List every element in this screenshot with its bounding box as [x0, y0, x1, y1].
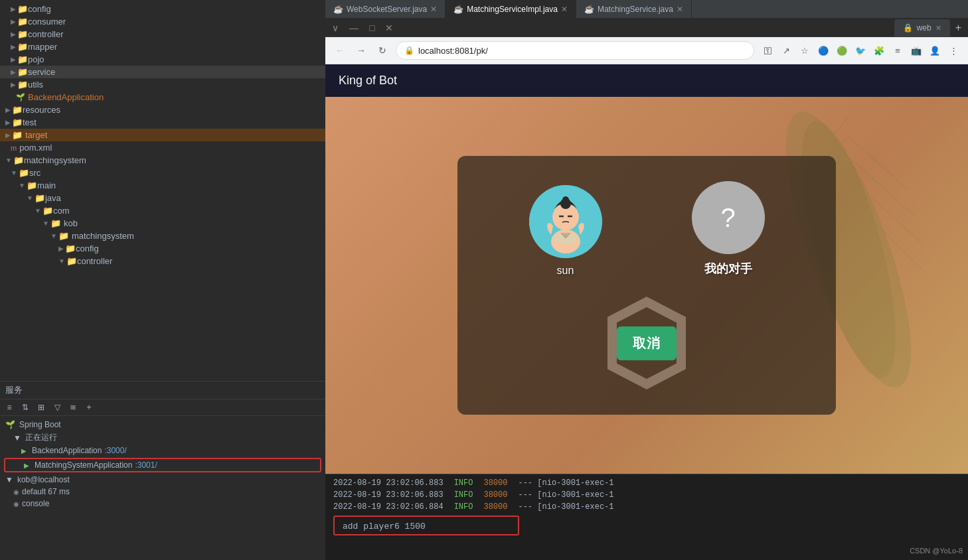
service-default[interactable]: ◉ default 67 ms — [0, 486, 325, 498]
folder-icon-orange: 📁 — [12, 130, 23, 140]
services-content: 🌱 Spring Boot ▼ 正在运行 ▶ BackendApplicatio… — [0, 416, 325, 560]
service-matching-app[interactable]: ▶ MatchingSystemApplication :3001/ — [5, 459, 320, 471]
close-icon[interactable]: ✕ — [561, 5, 568, 14]
toolbar-add-btn[interactable]: + — [82, 401, 96, 414]
share-btn[interactable]: ↗ — [778, 42, 794, 58]
tree-item-pom[interactable]: m pom.xml — [0, 141, 325, 154]
svg-point-14 — [562, 196, 569, 203]
service-springboot[interactable]: 🌱 Spring Boot — [0, 419, 325, 431]
tree-label: controller — [77, 256, 112, 266]
tree-label: service — [28, 67, 55, 77]
tree-item-matchingsystem[interactable]: ▼ 📁 matchingsystem — [0, 154, 325, 167]
file-tree: ▶ 📁 config ▶ 📁 consumer ▶ 📁 controller ▶… — [0, 0, 325, 381]
log-time: 2022-08-19 23:02:06.883 — [333, 478, 444, 488]
back-btn[interactable]: ← — [332, 42, 348, 58]
tree-label: kob — [64, 218, 78, 228]
tree-label: matchingsystem — [24, 155, 86, 165]
restore-icon[interactable]: — — [345, 23, 363, 33]
cancel-section: 取消 — [600, 297, 693, 389]
springboot-label: Spring Boot — [19, 420, 61, 429]
tree-arrow: ▶ — [11, 43, 16, 50]
tree-item-kob[interactable]: ▼ 📁 kob — [0, 217, 325, 230]
ext2-btn[interactable]: 🟢 — [834, 42, 850, 58]
tree-arrow: ▶ — [11, 18, 16, 25]
menu-btn[interactable]: ⋮ — [945, 42, 961, 58]
toolbar-refresh-btn[interactable]: ≡ — [3, 401, 16, 414]
service-console[interactable]: ◉ console — [0, 498, 325, 510]
log-thread: 38000 — [483, 490, 507, 500]
tree-item-utils[interactable]: ▶ 📁 utils — [0, 78, 325, 91]
java-icon: ☕ — [584, 5, 594, 14]
tree-item-config[interactable]: ▶ 📁 config — [0, 3, 325, 15]
editor-tab-websocket[interactable]: ☕ WebSocketServer.java ✕ — [325, 0, 445, 19]
bookmark-btn[interactable]: ☆ — [797, 42, 813, 58]
toolbar-filter-btn[interactable]: ▽ — [50, 401, 64, 414]
tree-item-resources[interactable]: ▶ 📁 resources — [0, 104, 325, 116]
keys-btn[interactable]: ⚿ — [760, 42, 775, 58]
toolbar-sort-btn[interactable]: ≋ — [66, 401, 80, 414]
tree-item-matchingsystem-nested[interactable]: ▼ 📁 matchingsystem — [0, 230, 325, 242]
close-icon[interactable]: ✕ — [677, 5, 683, 14]
tree-arrow: ▼ — [42, 220, 49, 227]
service-backend-app[interactable]: ▶ BackendApplication :3000/ — [0, 445, 325, 456]
ext4-btn[interactable]: 🧩 — [871, 42, 887, 58]
browser-close-icon[interactable]: ✕ — [381, 23, 397, 33]
tree-item-config-nested[interactable]: ▶ 📁 config — [0, 242, 325, 255]
tree-arrow: ▼ — [58, 257, 65, 265]
tree-item-src[interactable]: ▼ 📁 src — [0, 167, 325, 179]
page-header: King of Bot — [325, 64, 968, 97]
tree-item-java[interactable]: ▼ 📁 java — [0, 192, 325, 204]
forward-btn[interactable]: → — [353, 42, 369, 58]
toolbar-collapse-btn[interactable]: ⇅ — [19, 401, 32, 414]
browser-actions: ⚿ ↗ ☆ 🔵 🟢 🐦 🧩 ≡ 📺 👤 ⋮ — [760, 42, 961, 58]
folder-icon: 📁 — [17, 42, 28, 52]
tree-item-backend-app[interactable]: 🌱 BackendApplication — [0, 91, 325, 104]
tree-item-target[interactable]: ▶ 📁 target — [0, 129, 325, 141]
browser-content: King of Bot — [325, 64, 968, 560]
folder-icon: 📁 — [27, 180, 37, 190]
editor-tab-matchingservice[interactable]: ☕ MatchingService.java ✕ — [576, 0, 692, 19]
close-icon[interactable]: ✕ — [430, 5, 437, 14]
ext3-btn[interactable]: 🐦 — [852, 42, 868, 58]
maximize-icon[interactable]: □ — [365, 23, 378, 33]
new-tab-btn[interactable]: + — [951, 22, 965, 34]
tree-item-controller-nested[interactable]: ▼ 📁 controller — [0, 255, 325, 267]
tree-item-controller[interactable]: ▶ 📁 controller — [0, 28, 325, 40]
springboot-icon: 🌱 — [5, 420, 15, 429]
tree-item-main[interactable]: ▼ 📁 main — [0, 179, 325, 192]
editor-tab-matchingimpl[interactable]: ☕ MatchingServiceImpl.java ✕ — [445, 0, 576, 19]
tree-item-service[interactable]: ▶ 📁 service — [0, 66, 325, 78]
tab-favicon: 🔒 — [903, 23, 913, 33]
folder-icon-blue: 📁 — [50, 218, 61, 228]
address-bar[interactable]: 🔒 localhost:8081/pk/ — [396, 41, 754, 60]
log-message: --- [nio-3001-exec-1 — [518, 478, 613, 488]
cancel-button[interactable]: 取消 — [617, 326, 677, 360]
service-running[interactable]: ▼ 正在运行 — [0, 431, 325, 445]
tree-arrow: ▶ — [11, 56, 16, 63]
browser-tab-web[interactable]: 🔒 web ✕ — [894, 19, 950, 36]
ext5-btn[interactable]: ≡ — [890, 42, 906, 58]
reload-btn[interactable]: ↻ — [374, 42, 390, 58]
matching-app-port[interactable]: :3001/ — [135, 460, 157, 470]
tree-label: consumer — [28, 17, 66, 27]
tree-item-consumer[interactable]: ▶ 📁 consumer — [0, 15, 325, 28]
service-kob-host[interactable]: ▼ kob@localhost — [0, 474, 325, 486]
tree-item-test[interactable]: ▶ 📁 test — [0, 116, 325, 129]
tree-label: mapper — [28, 42, 57, 52]
player-avatar-sun — [529, 185, 602, 258]
kob-host-label: kob@localhost — [17, 475, 70, 484]
minimize-icon[interactable]: ∨ — [328, 23, 343, 33]
tree-arrow: ▶ — [11, 5, 16, 13]
backend-app-port[interactable]: :3000/ — [104, 446, 126, 455]
ext1-btn[interactable]: 🔵 — [815, 42, 831, 58]
tab-close-btn[interactable]: ✕ — [935, 24, 941, 33]
toolbar-grid-btn[interactable]: ⊞ — [35, 401, 48, 414]
folder-icon: 📁 — [19, 168, 29, 178]
tree-arrow: ▼ — [5, 157, 12, 164]
tree-item-mapper[interactable]: ▶ 📁 mapper — [0, 40, 325, 53]
tree-item-pojo[interactable]: ▶ 📁 pojo — [0, 53, 325, 66]
user-btn[interactable]: 👤 — [927, 42, 943, 58]
tree-item-com[interactable]: ▼ 📁 com — [0, 204, 325, 217]
ext6-btn[interactable]: 📺 — [908, 42, 924, 58]
tree-arrow: ▼ — [35, 207, 41, 214]
